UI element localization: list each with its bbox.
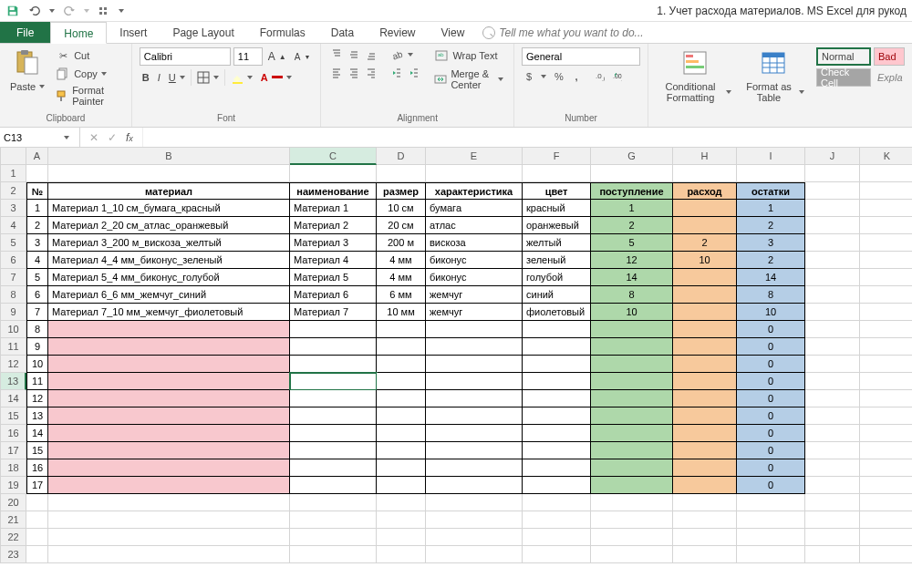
cell[interactable]: 5 [26, 269, 48, 286]
cell[interactable] [591, 356, 673, 373]
cell[interactable]: 7 [26, 304, 48, 321]
cell[interactable]: Материал 4_4 мм_биконус_зеленый [48, 252, 290, 269]
cell[interactable] [523, 511, 591, 529]
cell[interactable] [805, 373, 860, 390]
cell[interactable]: 9 [26, 338, 48, 356]
cell[interactable] [673, 286, 737, 304]
cell[interactable] [673, 356, 737, 373]
cell[interactable]: жемчуг [426, 304, 523, 321]
cell[interactable] [290, 425, 377, 442]
column-header[interactable]: I [737, 148, 805, 165]
cell[interactable]: жемчуг [426, 286, 523, 304]
cell[interactable]: Материал 1_10 см_бумага_красный [48, 200, 290, 217]
cell[interactable] [26, 165, 48, 182]
cell[interactable] [523, 165, 591, 182]
align-bottom-button[interactable] [363, 47, 378, 62]
cell[interactable] [48, 321, 290, 338]
cell[interactable] [805, 321, 860, 338]
column-header[interactable]: E [426, 148, 523, 165]
cell[interactable] [426, 356, 523, 373]
cell[interactable] [290, 529, 377, 546]
column-header[interactable]: A [26, 148, 48, 165]
cell[interactable] [591, 459, 673, 477]
cell[interactable] [737, 494, 805, 511]
tab-formulas[interactable]: Formulas [247, 22, 318, 43]
cell[interactable] [290, 373, 377, 390]
cell[interactable] [805, 269, 860, 286]
cell[interactable]: цвет [523, 182, 591, 200]
style-bad[interactable]: Bad [874, 47, 905, 66]
cell[interactable]: № [26, 182, 48, 200]
cell[interactable]: зеленый [523, 252, 591, 269]
cell[interactable] [48, 425, 290, 442]
column-header[interactable]: H [673, 148, 737, 165]
cell[interactable] [290, 390, 377, 407]
row-header[interactable]: 19 [1, 477, 26, 494]
cell[interactable] [673, 459, 737, 477]
cell[interactable]: 0 [737, 373, 805, 390]
tab-data[interactable]: Data [318, 22, 367, 43]
cell[interactable] [48, 529, 290, 546]
borders-button[interactable] [194, 70, 222, 85]
cell[interactable] [805, 442, 860, 459]
cell[interactable] [805, 511, 860, 529]
cell[interactable]: остатки [737, 182, 805, 200]
cell[interactable]: вискоза [426, 234, 523, 252]
cell[interactable] [673, 200, 737, 217]
formula-input[interactable] [143, 128, 912, 147]
cell[interactable] [48, 494, 290, 511]
cell[interactable]: 8 [591, 286, 673, 304]
cell[interactable]: 2 [673, 234, 737, 252]
cell[interactable] [673, 477, 737, 494]
row-header[interactable]: 20 [1, 494, 26, 511]
cell[interactable] [860, 200, 912, 217]
cell[interactable] [290, 321, 377, 338]
cell[interactable] [673, 338, 737, 356]
cell[interactable] [426, 373, 523, 390]
cell[interactable]: Материал 7_10 мм_жемчуг_фиолетовый [48, 304, 290, 321]
cell[interactable]: 14 [737, 269, 805, 286]
cell[interactable] [805, 425, 860, 442]
cell[interactable] [290, 165, 377, 182]
cell[interactable] [860, 529, 912, 546]
cell[interactable] [377, 425, 426, 442]
font-color-button[interactable]: A [258, 71, 295, 84]
cell[interactable] [523, 477, 591, 494]
cell[interactable] [26, 511, 48, 529]
cell[interactable]: 16 [26, 459, 48, 477]
cell[interactable]: Материал 7 [290, 304, 377, 321]
tab-insert[interactable]: Insert [107, 22, 160, 43]
cell[interactable] [426, 338, 523, 356]
cell[interactable] [860, 494, 912, 511]
cell[interactable] [805, 459, 860, 477]
cell[interactable] [805, 286, 860, 304]
merge-center-button[interactable]: Merge & Center [431, 67, 506, 91]
cell[interactable] [377, 529, 426, 546]
cell[interactable]: синий [523, 286, 591, 304]
cell[interactable] [48, 442, 290, 459]
bold-button[interactable]: B [140, 71, 152, 84]
cell[interactable] [591, 321, 673, 338]
cell[interactable]: 2 [737, 217, 805, 234]
cell[interactable] [523, 425, 591, 442]
cell[interactable]: 17 [26, 477, 48, 494]
cell[interactable]: желтый [523, 234, 591, 252]
cell[interactable] [523, 407, 591, 425]
cell[interactable]: Материал 5 [290, 269, 377, 286]
row-header[interactable]: 7 [1, 269, 26, 286]
cell[interactable] [805, 407, 860, 425]
cell[interactable] [860, 511, 912, 529]
cell[interactable] [377, 321, 426, 338]
cell[interactable]: 10 [591, 304, 673, 321]
cell[interactable]: 0 [737, 356, 805, 373]
cell[interactable] [377, 494, 426, 511]
column-header[interactable]: G [591, 148, 673, 165]
row-header[interactable]: 18 [1, 459, 26, 477]
cell[interactable] [805, 529, 860, 546]
cell[interactable]: 15 [26, 442, 48, 459]
orientation-button[interactable]: ab [389, 47, 416, 62]
cell[interactable] [860, 217, 912, 234]
cell[interactable] [377, 338, 426, 356]
tab-home[interactable]: Home [50, 22, 107, 44]
cell[interactable] [523, 321, 591, 338]
